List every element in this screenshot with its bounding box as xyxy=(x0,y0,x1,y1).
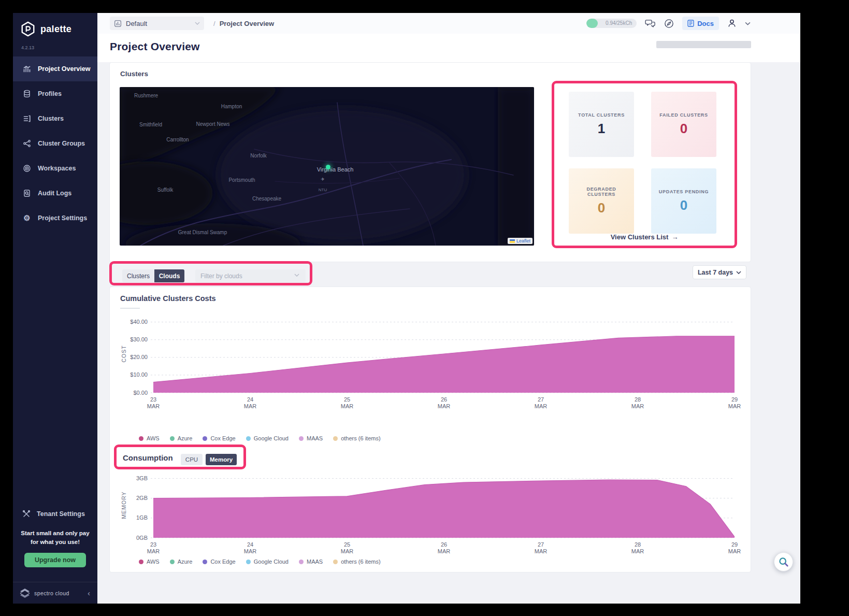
legend-item[interactable]: Cox Edge xyxy=(203,435,235,441)
consumption-heading: Consumption xyxy=(123,453,173,462)
palette-logo-icon xyxy=(20,21,36,37)
stat-total-clusters: TOTAL CLUSTERS 1 xyxy=(569,92,634,157)
stat-value: 0 xyxy=(680,121,687,137)
promo-line: for what you use! xyxy=(13,538,97,547)
map-city-label: Carrollton xyxy=(166,137,189,142)
charts-section: Cumulative Clusters Costs $0.00$10.00$20… xyxy=(109,286,751,572)
flag-icon xyxy=(510,239,515,243)
legend-color-dot xyxy=(139,560,143,564)
legend-item[interactable]: others (6 items) xyxy=(333,558,380,565)
legend-item[interactable]: AWS xyxy=(139,435,160,441)
collapse-sidebar-icon[interactable]: ‹ xyxy=(88,589,90,597)
stat-label: TOTAL CLUSTERS xyxy=(573,112,630,118)
cumulative-costs-chart[interactable]: $0.00$10.00$20.00$30.00$40.0023MAR24MAR2… xyxy=(119,311,741,412)
project-scope-selector[interactable]: Default xyxy=(110,17,204,30)
sidebar-item-label: Cluster Groups xyxy=(38,140,85,147)
sidebar-item-label: Audit Logs xyxy=(38,190,71,197)
svg-text:23: 23 xyxy=(150,541,156,548)
sidebar-item-project-overview[interactable]: Project Overview xyxy=(13,56,97,81)
annotation-box-consumption-toggle: Consumption CPU Memory xyxy=(114,445,246,469)
legend-color-dot xyxy=(299,560,304,564)
legend-item[interactable]: AWS xyxy=(139,558,160,565)
tab-clusters[interactable]: Clusters xyxy=(122,269,154,282)
view-clusters-list-link[interactable]: View Clusters List→ xyxy=(554,233,735,241)
legend-item[interactable]: Azure xyxy=(170,558,193,565)
toggle-memory[interactable]: Memory xyxy=(206,454,237,465)
promo-line: Start small and only pay xyxy=(13,529,97,538)
svg-text:25: 25 xyxy=(344,396,350,403)
page-title: Project Overview xyxy=(110,40,200,53)
main-area: Default / Project Overview 0.94/25kCh Do… xyxy=(97,13,800,604)
stat-value: 0 xyxy=(598,200,605,216)
legend-item[interactable]: MAAS xyxy=(299,435,323,441)
legend-color-dot xyxy=(170,436,175,441)
legend-item[interactable]: Cox Edge xyxy=(203,558,235,565)
svg-text:MAR: MAR xyxy=(438,403,451,409)
legend-item[interactable]: others (6 items) xyxy=(333,435,380,441)
legend-color-dot xyxy=(333,560,338,564)
svg-text:MAR: MAR xyxy=(147,548,160,554)
tools-icon xyxy=(22,510,31,518)
date-range-selector[interactable]: Last 7 days xyxy=(693,265,746,279)
svg-text:29: 29 xyxy=(731,396,738,403)
sidebar-item-label: Tenant Settings xyxy=(37,510,85,518)
sidebar-item-profiles[interactable]: Profiles xyxy=(13,81,97,106)
legend-color-dot xyxy=(246,560,251,564)
sidebar-item-clusters[interactable]: Clusters xyxy=(13,106,97,131)
redacted-label-bar xyxy=(656,41,751,48)
chat-icon[interactable] xyxy=(645,19,656,28)
svg-text:23: 23 xyxy=(150,396,156,403)
svg-text:MAR: MAR xyxy=(147,403,160,409)
sidebar-item-tenant-settings[interactable]: Tenant Settings xyxy=(13,505,97,523)
svg-text:MAR: MAR xyxy=(631,403,644,409)
svg-text:MAR: MAR xyxy=(728,403,741,409)
svg-text:27: 27 xyxy=(538,541,544,548)
leaflet-link[interactable]: Leaflet xyxy=(516,238,530,243)
topbar-actions: 0.94/25kCh Docs xyxy=(586,13,751,34)
svg-text:26: 26 xyxy=(441,541,447,548)
search-fab[interactable] xyxy=(774,552,793,571)
filter-by-clouds-input[interactable] xyxy=(195,269,306,282)
user-icon[interactable] xyxy=(727,19,737,28)
user-menu-chevron-icon[interactable] xyxy=(745,22,751,25)
breadcrumb-separator: / xyxy=(213,20,215,27)
map-city-label: Hampton xyxy=(221,104,242,109)
docs-button[interactable]: Docs xyxy=(682,17,719,30)
map-city-label: Newport News xyxy=(196,121,229,127)
clusters-map[interactable]: Rushmere Hampton Newport News Smithfield… xyxy=(120,87,534,246)
breadcrumb: / Project Overview xyxy=(213,13,274,34)
upgrade-now-button[interactable]: Upgrade now xyxy=(24,553,86,567)
legend-color-dot xyxy=(203,436,207,441)
cluster-groups-network-icon xyxy=(22,139,32,148)
memory-consumption-chart[interactable]: 0GB1GB2GB3GB23MAR24MAR25MAR26MAR27MAR28M… xyxy=(119,468,741,557)
overview-chart-icon xyxy=(22,64,32,74)
brand: palette xyxy=(20,21,71,37)
toggle-cpu[interactable]: CPU xyxy=(181,454,203,465)
stat-value: 0 xyxy=(680,197,687,213)
cluster-stats-grid: TOTAL CLUSTERS 1 FAILED CLUSTERS 0 DEGRA… xyxy=(569,92,716,234)
sidebar-item-cluster-groups[interactable]: Cluster Groups xyxy=(13,131,97,156)
profiles-stack-icon xyxy=(22,89,32,98)
legend-item[interactable]: Google Cloud xyxy=(246,435,289,441)
usage-value: 0.94/25kCh xyxy=(606,20,632,26)
svg-text:2GB: 2GB xyxy=(136,495,148,501)
legend-item[interactable]: Google Cloud xyxy=(246,558,289,565)
sidebar-item-project-settings[interactable]: ⚙ Project Settings xyxy=(13,206,97,231)
svg-text:27: 27 xyxy=(538,396,544,403)
svg-text:0GB: 0GB xyxy=(136,535,148,541)
breadcrumb-current[interactable]: Project Overview xyxy=(220,20,275,27)
tab-clouds[interactable]: Clouds xyxy=(154,269,184,282)
sidebar-nav: Project Overview Profiles Clusters Clust… xyxy=(13,56,97,231)
sidebar-item-audit-logs[interactable]: Audit Logs xyxy=(13,181,97,206)
usage-progress-fill xyxy=(586,19,598,28)
svg-text:3GB: 3GB xyxy=(136,475,148,481)
title-underline xyxy=(120,308,140,309)
sidebar-item-workspaces[interactable]: Workspaces xyxy=(13,156,97,181)
legend-item[interactable]: Azure xyxy=(170,435,193,441)
sidebar-item-label: Project Settings xyxy=(38,214,87,222)
stat-label: DEGRADED CLUSTERS xyxy=(569,187,634,197)
whats-new-compass-icon[interactable] xyxy=(664,19,674,28)
legend-item[interactable]: MAAS xyxy=(299,558,323,565)
upgrade-promo: Start small and only pay for what you us… xyxy=(13,529,97,547)
stat-value: 1 xyxy=(598,121,605,137)
